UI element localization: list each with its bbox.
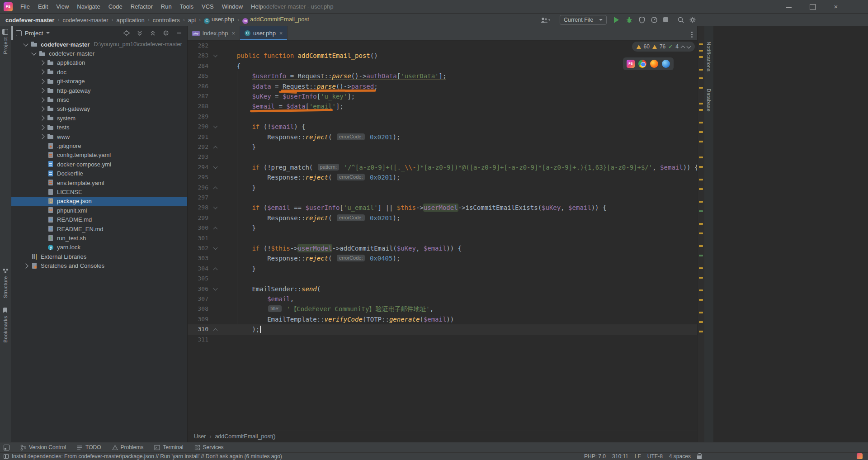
breadcrumb-class[interactable]: User (194, 433, 206, 440)
code-line-292[interactable]: 292 } (188, 142, 697, 152)
fold-down-icon[interactable] (213, 286, 218, 290)
stripe-mark-warning[interactable] (699, 109, 703, 111)
line-number[interactable]: 286 (188, 81, 208, 91)
stripe-mark-warning[interactable] (699, 122, 703, 123)
stripe-mark-warning[interactable] (699, 50, 703, 52)
line-number[interactable]: 309 (188, 314, 208, 324)
tree-item-git-storage[interactable]: git-storage (11, 77, 187, 86)
line-number[interactable]: 292 (188, 142, 208, 152)
caret-position-widget[interactable]: 310:11 (612, 453, 628, 460)
tool-stripe-database[interactable]: Database (706, 89, 712, 112)
prev-problem-icon[interactable] (681, 45, 685, 50)
breadcrumb-item[interactable]: application (117, 17, 145, 24)
php-version-widget[interactable]: PHP: 7.0 (584, 453, 606, 460)
menu-run[interactable]: Run (157, 0, 176, 14)
line-number[interactable]: 285 (188, 71, 208, 81)
chrome-icon[interactable] (638, 60, 646, 68)
stripe-mark-warning[interactable] (699, 201, 703, 203)
tool-button-terminal[interactable]: Terminal (154, 444, 183, 451)
firefox-icon[interactable] (650, 60, 658, 68)
code-area[interactable]: 282283 public function addCommitEmail_po… (188, 41, 697, 431)
tree-item-system[interactable]: system (11, 114, 187, 123)
fold-down-icon[interactable] (213, 124, 218, 128)
safari-icon[interactable] (662, 60, 670, 68)
fold-up-icon[interactable] (213, 267, 218, 272)
status-corner-icon[interactable] (857, 453, 863, 459)
menu-window[interactable]: Window (218, 0, 247, 14)
code-line-306[interactable]: 306 EmailSender::send( (188, 284, 697, 294)
stripe-mark-warning[interactable] (699, 331, 703, 332)
tree-item-run-test-sh[interactable]: run_test.sh (11, 233, 187, 242)
tree-item-doc[interactable]: doc (11, 67, 187, 76)
expand-all-icon[interactable] (136, 29, 143, 37)
code-line-311[interactable]: 311 (188, 335, 697, 345)
code-line-286[interactable]: 286 $data = Request::parse()->parsed; (188, 81, 697, 91)
fold-up-icon[interactable] (213, 146, 218, 151)
tab-user-php[interactable]: C user.php × (240, 26, 288, 40)
fold-down-icon[interactable] (213, 164, 218, 169)
locate-file-icon[interactable] (123, 29, 130, 37)
stripe-mark-warning[interactable] (699, 277, 703, 279)
tree-item-tests[interactable]: tests (11, 123, 187, 132)
chevron-right-icon[interactable] (39, 79, 44, 84)
code-line-299[interactable]: 299 Response::reject( errorCode: 0x0201)… (188, 213, 697, 223)
code-line-296[interactable]: 296 } (188, 183, 697, 193)
chevron-right-icon[interactable] (39, 116, 44, 121)
line-number[interactable]: 291 (188, 132, 208, 142)
chevron-right-icon[interactable] (39, 60, 44, 65)
code-with-me-users-icon[interactable] (540, 17, 550, 23)
tree-item-external-libraries[interactable]: External Libraries (11, 252, 187, 261)
line-number[interactable]: 298 (188, 203, 208, 213)
tab-index-php[interactable]: php index.php × (188, 26, 240, 40)
tool-button-problems[interactable]: Problems (112, 444, 144, 451)
tree-item-readme-en-md[interactable]: README_EN.md (11, 224, 187, 233)
hide-panel-icon[interactable] (175, 29, 183, 37)
tree-item-package-json[interactable]: package.json (11, 197, 187, 206)
chevron-right-icon[interactable] (23, 263, 28, 268)
close-button[interactable]: × (827, 0, 845, 14)
menu-edit[interactable]: Edit (34, 0, 52, 14)
close-tab-icon[interactable]: × (279, 30, 283, 37)
tool-button-todo[interactable]: TODO (77, 444, 101, 451)
code-line-289[interactable]: 289 (188, 112, 697, 122)
fold-up-icon[interactable] (213, 186, 218, 191)
tree-item-gitignore[interactable]: .gitignore (11, 141, 187, 150)
line-number[interactable]: 282 (188, 41, 208, 51)
stripe-mark-warning[interactable] (699, 245, 703, 247)
code-line-290[interactable]: 290 if (!$email) { (188, 122, 697, 132)
breadcrumb-file[interactable]: Cuser.php (204, 16, 234, 24)
chevron-right-icon[interactable] (39, 70, 44, 75)
line-number[interactable]: 296 (188, 183, 208, 193)
code-line-282[interactable]: 282 (188, 41, 697, 51)
code-line-295[interactable]: 295 Response::reject( errorCode: 0x0201)… (188, 172, 697, 182)
tree-item-scratches-and-consoles[interactable]: Scratches and Consoles (11, 261, 187, 270)
tree-item-codefever-master[interactable]: codefever-master (11, 49, 187, 58)
menu-view[interactable]: View (52, 0, 73, 14)
tree-item-ssh-gateway[interactable]: ssh-gateway (11, 104, 187, 114)
indent-widget[interactable]: 4 spaces (669, 453, 691, 460)
tree-item-application[interactable]: application (11, 58, 187, 67)
line-number[interactable]: 300 (188, 223, 208, 233)
code-line-302[interactable]: 302 if (!$this->userModel->addCommitEmai… (188, 243, 697, 253)
code-line-297[interactable]: 297 (188, 193, 697, 203)
line-number[interactable]: 294 (188, 162, 208, 172)
stripe-mark-warning[interactable] (699, 188, 703, 190)
line-number[interactable]: 287 (188, 91, 208, 101)
line-number[interactable]: 308 (188, 304, 208, 314)
tree-item-license[interactable]: LICENSE (11, 187, 187, 196)
tree-item-codefever-master[interactable]: codefever-masterD:\youyou_pm10\codefever… (11, 40, 187, 49)
debug-button[interactable] (626, 16, 633, 24)
panel-settings-gear-icon[interactable] (162, 29, 170, 37)
tool-window-toggle-icon[interactable] (4, 445, 9, 451)
breadcrumb-project[interactable]: codefever-master (5, 17, 54, 24)
tool-stripe-structure[interactable]: Structure (3, 276, 8, 298)
search-everywhere-icon[interactable] (677, 16, 684, 24)
profiler-button[interactable] (651, 16, 658, 24)
minimize-button[interactable] (780, 0, 798, 14)
stripe-mark-warning[interactable] (699, 223, 703, 225)
tree-item-misc[interactable]: misc (11, 95, 187, 104)
stripe-mark-warning[interactable] (699, 131, 703, 133)
line-number[interactable]: 304 (188, 264, 208, 274)
code-line-284[interactable]: 284 { (188, 61, 697, 71)
code-line-305[interactable]: 305 (188, 274, 697, 284)
